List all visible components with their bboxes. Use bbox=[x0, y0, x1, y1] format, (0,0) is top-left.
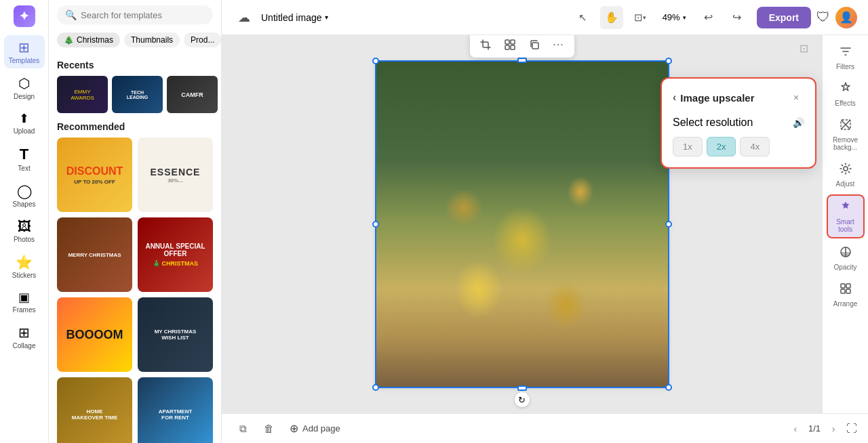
canvas-container[interactable]: ··· ↻ bbox=[376, 62, 668, 387]
hand-tool-button[interactable]: ✋ bbox=[600, 6, 623, 29]
recommended-title: Recommended bbox=[57, 121, 213, 132]
delete-page-button[interactable]: 🗑 bbox=[258, 419, 279, 439]
right-tool-opacity[interactable]: Opacity bbox=[827, 241, 865, 275]
sidebar-item-frames[interactable]: ▣ Frames bbox=[4, 286, 45, 318]
layout-button[interactable]: ⊡ ▾ bbox=[629, 6, 652, 29]
filter-chip-thumbnails[interactable]: Thumbnails bbox=[124, 33, 180, 47]
upload-to-cloud-button[interactable]: ☁ bbox=[233, 6, 256, 29]
canva-logo[interactable]: ✦ bbox=[14, 5, 35, 27]
upscaler-header: ‹ Image upscaler × bbox=[673, 89, 804, 106]
filter-chip-prod[interactable]: Prod... bbox=[184, 33, 221, 47]
right-tool-smart-tools[interactable]: Smart tools bbox=[827, 194, 865, 238]
arrange-icon bbox=[839, 282, 852, 299]
duplicate-icon: ⧉ bbox=[239, 423, 247, 435]
sidebar-item-design[interactable]: ⬡ Design bbox=[4, 71, 45, 104]
search-input[interactable] bbox=[81, 10, 205, 20]
sidebar-item-text[interactable]: T Text bbox=[4, 142, 45, 176]
template-card-discount[interactable]: DISCOUNT UP TO 20% OFF bbox=[57, 138, 132, 212]
sidebar-item-label: Templates bbox=[9, 57, 40, 64]
cursor-icon: ↖ bbox=[578, 12, 587, 24]
add-page-button[interactable]: ⊕ Add page bbox=[284, 419, 346, 438]
resolution-1x-button[interactable]: 1x bbox=[673, 137, 703, 156]
rotate-handle[interactable]: ↻ bbox=[515, 392, 530, 407]
template-card-home[interactable]: HOMEMAKEOVER TIME bbox=[57, 377, 132, 443]
page-settings-icon[interactable]: ⊡ bbox=[800, 42, 808, 55]
svg-point-6 bbox=[844, 167, 848, 171]
svg-rect-4 bbox=[532, 43, 538, 49]
template-card-apartment[interactable]: APARTMENTFOR RENT bbox=[138, 377, 213, 443]
canvas-wrapper: Page 1 ⊡ bbox=[222, 35, 868, 413]
svg-rect-10 bbox=[841, 289, 845, 293]
select-resolution-label: Select resolution bbox=[673, 117, 753, 129]
recent-thumb-1[interactable]: EMMYAWARDS bbox=[57, 76, 108, 113]
opacity-icon bbox=[839, 245, 852, 262]
copy-style-button[interactable] bbox=[524, 35, 545, 55]
sidebar-item-stickers[interactable]: ⭐ Stickers bbox=[4, 250, 45, 283]
svg-rect-2 bbox=[505, 45, 509, 49]
upload-icon: ⬆ bbox=[19, 111, 29, 126]
shield-icon[interactable]: 🛡 bbox=[816, 9, 830, 25]
top-bar-right: Export 🛡 👤 bbox=[757, 7, 857, 28]
sound-icon[interactable]: 🔊 bbox=[793, 117, 804, 128]
sidebar-item-collage[interactable]: ⊞ Collage bbox=[4, 320, 45, 354]
sidebar-item-shapes[interactable]: ◯ Shapes bbox=[4, 179, 45, 212]
page-prev-button[interactable]: ‹ bbox=[787, 420, 804, 438]
filter-chip-christmas[interactable]: 🎄 Christmas bbox=[57, 33, 120, 47]
svg-rect-11 bbox=[846, 289, 850, 293]
right-tool-effects[interactable]: Effects bbox=[827, 77, 865, 111]
recent-thumb-2[interactable]: TECHLEADING bbox=[112, 76, 163, 113]
adjust-icon bbox=[839, 162, 852, 179]
template-card-merry-christmas[interactable]: MERRY CHRISTMAS bbox=[57, 217, 132, 292]
right-tool-arrange[interactable]: Arrange bbox=[827, 278, 865, 312]
undo-button[interactable]: ↩ bbox=[697, 6, 720, 29]
crop-button[interactable] bbox=[475, 35, 496, 55]
document-title-text: Untitled image bbox=[261, 12, 322, 23]
more-options-button[interactable]: ··· bbox=[549, 35, 569, 55]
sidebar-item-label: Upload bbox=[14, 127, 35, 135]
sidebar-item-templates[interactable]: ⊞ Templates bbox=[4, 35, 45, 68]
recent-thumb-3[interactable]: CAMFR bbox=[167, 76, 218, 113]
resolution-4x-button[interactable]: 4x bbox=[740, 137, 770, 156]
svg-rect-0 bbox=[505, 40, 509, 44]
upscaler-close-button[interactable]: × bbox=[788, 89, 804, 106]
svg-rect-8 bbox=[841, 284, 845, 288]
top-bar-left: ☁ Untitled image ▾ bbox=[233, 6, 564, 29]
search-icon: 🔍 bbox=[65, 9, 77, 20]
page-next-button[interactable]: › bbox=[825, 420, 842, 438]
resolution-2x-button[interactable]: 2x bbox=[707, 137, 736, 156]
template-card-wishlist[interactable]: MY CHRISTMASWISH LIST bbox=[138, 297, 213, 372]
templates-panel: 🔍 🎄 Christmas Thumbnails Prod... Recents… bbox=[49, 0, 222, 443]
sidebar-item-photos[interactable]: 🖼 Photos bbox=[4, 215, 45, 247]
remove-bg-icon bbox=[839, 118, 852, 135]
zoom-control[interactable]: 49% ▾ bbox=[657, 9, 692, 25]
sidebar-item-label: Shapes bbox=[13, 201, 36, 208]
right-tool-filters[interactable]: Filters bbox=[827, 41, 865, 75]
fullscreen-button[interactable]: ⛶ bbox=[846, 423, 857, 435]
template-card-boooom[interactable]: BOOOOM bbox=[57, 297, 132, 372]
select-tool-button[interactable]: ↖ bbox=[572, 6, 595, 29]
export-button[interactable]: Export bbox=[757, 7, 811, 28]
template-card-christmas[interactable]: ANNUAL SPECIAL OFFER 🎄 CHRISTMAS bbox=[138, 217, 213, 292]
template-card-essence[interactable]: ESSENCE 30%... bbox=[138, 138, 213, 212]
sidebar-item-upload[interactable]: ⬆ Upload bbox=[4, 107, 45, 139]
text-icon: T bbox=[20, 146, 28, 163]
rotate-icon: ↻ bbox=[518, 395, 526, 405]
sidebar-item-label: Frames bbox=[13, 306, 36, 314]
cloud-icon: ☁ bbox=[238, 10, 250, 25]
back-button[interactable]: ‹ bbox=[673, 91, 676, 104]
upscaler-panel: ‹ Image upscaler × Select resolution 🔊 1… bbox=[660, 77, 816, 169]
main-area: ☁ Untitled image ▾ ↖ ✋ ⊡ ▾ 49% ▾ ↩ bbox=[222, 0, 868, 443]
arrange-grid-button[interactable] bbox=[500, 35, 520, 55]
right-tool-remove-bg[interactable]: Remove backg... bbox=[827, 114, 865, 155]
undo-icon: ↩ bbox=[704, 11, 713, 24]
top-bar-center: ↖ ✋ ⊡ ▾ 49% ▾ ↩ ↪ bbox=[572, 6, 749, 29]
template-grid: DISCOUNT UP TO 20% OFF ESSENCE 30%... ME… bbox=[57, 138, 213, 443]
document-title-button[interactable]: Untitled image ▾ bbox=[261, 12, 328, 23]
smart-tools-icon bbox=[839, 200, 852, 217]
redo-button[interactable]: ↪ bbox=[726, 6, 749, 29]
stickers-icon: ⭐ bbox=[16, 254, 33, 270]
avatar[interactable]: 👤 bbox=[835, 7, 857, 28]
duplicate-page-button[interactable]: ⧉ bbox=[233, 419, 253, 439]
right-tool-adjust[interactable]: Adjust bbox=[827, 158, 865, 192]
filters-icon bbox=[839, 45, 852, 62]
